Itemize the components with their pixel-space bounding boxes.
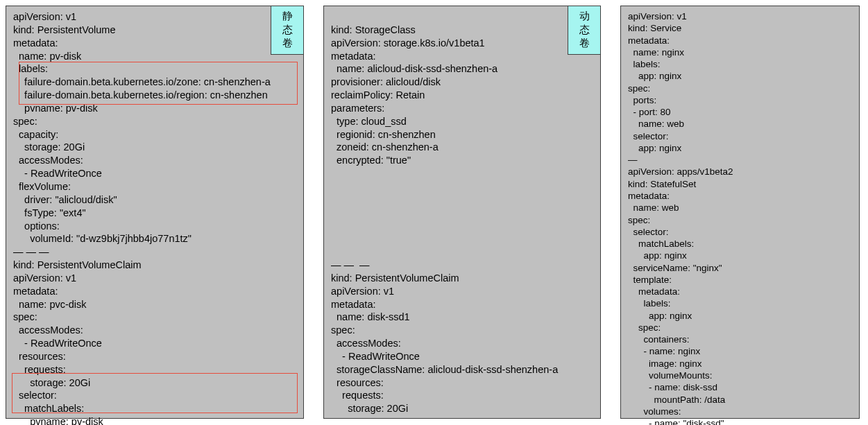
dynamic-volume-badge: 动 态 卷 <box>568 6 601 55</box>
badge-char-3: 卷 <box>570 36 599 50</box>
static-volume-badge: 静 态 卷 <box>271 6 304 55</box>
dynamic-volume-panel: 动 态 卷 kind: StorageClass apiVersion: sto… <box>323 6 601 419</box>
badge-char-3: 卷 <box>273 36 302 50</box>
badge-char-1: 动 <box>570 9 599 23</box>
badge-char-2: 态 <box>570 23 599 37</box>
dynamic-volume-yaml: kind: StorageClass apiVersion: storage.k… <box>331 10 593 415</box>
badge-char-2: 态 <box>273 23 302 37</box>
static-volume-panel: 静 态 卷 apiVersion: v1 kind: PersistentVol… <box>6 6 304 419</box>
service-statefulset-yaml: apiVersion: v1 kind: Service metadata: n… <box>628 10 852 425</box>
static-volume-yaml: apiVersion: v1 kind: PersistentVolume me… <box>13 10 296 425</box>
badge-char-1: 静 <box>273 9 302 23</box>
service-statefulset-panel: apiVersion: v1 kind: Service metadata: n… <box>620 6 860 419</box>
